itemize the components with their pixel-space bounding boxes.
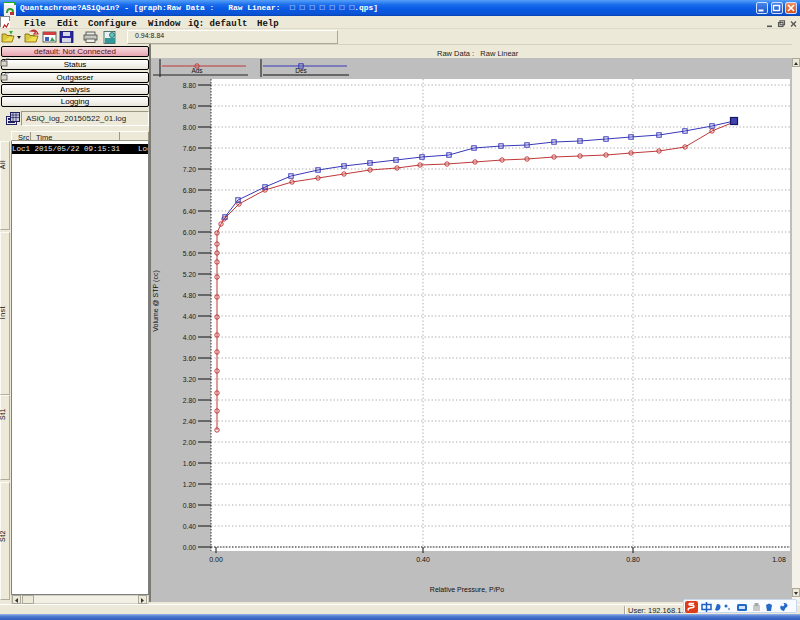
svg-text:2.00: 2.00 — [183, 439, 196, 446]
svg-text:Volume @ STP (cc): Volume @ STP (cc) — [152, 270, 160, 331]
svg-text:0.80: 0.80 — [183, 502, 196, 509]
svg-text:7.20: 7.20 — [183, 166, 196, 173]
svg-text:4.80: 4.80 — [183, 292, 196, 299]
svg-text:3.20: 3.20 — [183, 376, 196, 383]
svg-text:0.40: 0.40 — [416, 556, 430, 563]
svg-text:6.00: 6.00 — [183, 229, 196, 236]
svg-text:0.00: 0.00 — [183, 544, 196, 551]
svg-text:2.40: 2.40 — [183, 418, 196, 425]
svg-text:2.80: 2.80 — [183, 397, 196, 404]
svg-text:6.40: 6.40 — [183, 208, 196, 215]
svg-text:8.00: 8.00 — [183, 124, 196, 131]
svg-text:0.00: 0.00 — [209, 556, 223, 563]
svg-text:8.40: 8.40 — [183, 103, 196, 110]
svg-text:1.20: 1.20 — [183, 481, 196, 488]
svg-text:Des: Des — [295, 67, 307, 74]
svg-text:Relative Pressure, P/Po: Relative Pressure, P/Po — [430, 586, 504, 593]
svg-text:6.80: 6.80 — [183, 187, 196, 194]
svg-text:1.60: 1.60 — [183, 460, 196, 467]
svg-text:4.00: 4.00 — [183, 334, 196, 341]
svg-text:4.40: 4.40 — [183, 313, 196, 320]
svg-text:5.20: 5.20 — [183, 271, 196, 278]
svg-text:7.60: 7.60 — [183, 145, 196, 152]
svg-text:0.40: 0.40 — [183, 523, 196, 530]
svg-text:3.60: 3.60 — [183, 355, 196, 362]
svg-text:1.08: 1.08 — [772, 556, 786, 563]
svg-text:Ads: Ads — [191, 67, 203, 74]
svg-text:8.80: 8.80 — [183, 82, 196, 89]
svg-text:5.60: 5.60 — [183, 250, 196, 257]
svg-text:0.80: 0.80 — [626, 556, 640, 563]
